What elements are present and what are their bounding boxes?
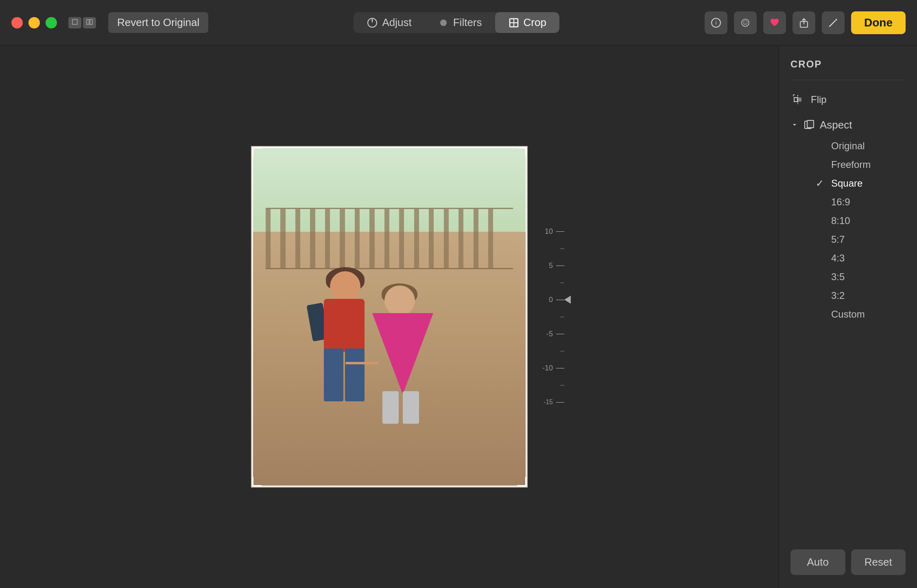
ruler-line-10 [556,231,564,232]
done-button[interactable]: Done [851,11,906,34]
ruler-tick-10: 10 [536,223,564,240]
svg-line-13 [830,21,835,26]
child1-body [324,299,365,352]
flip-icon [790,92,805,107]
child1-pants-left [324,348,343,401]
ruler-line-neg10 [556,368,564,368]
aspect-option-8-10[interactable]: 8:10 [812,212,906,230]
ruler-tick-0: 0 [536,291,564,308]
aspect-label: Aspect [820,119,852,131]
close-button[interactable] [11,17,23,28]
filters-button[interactable]: Filters [425,12,495,33]
child1 [318,271,375,426]
adjust-icon [367,17,378,28]
ruler-tick-neg5: -5 [536,325,564,342]
aspect-option-16-9[interactable]: 16:9 [812,193,906,211]
filters-label: Filters [453,16,482,29]
ruler-line-neg5 [556,334,564,334]
share-button[interactable]: ☺ [734,11,757,34]
right-panel: CROP Flip [779,46,917,588]
photo-fence [266,208,513,269]
flip-row[interactable]: Flip [790,88,906,111]
ruler-tick-mid4 [536,342,564,359]
aspect-row[interactable]: Aspect [790,115,906,135]
aspect-option-3-2[interactable]: 3:2 [812,287,906,305]
svg-rect-1 [87,20,89,24]
aspect-label-3-5: 3:5 [831,271,845,283]
ruler-tick-mid5 [536,377,564,394]
photo-scene [251,146,528,488]
aspect-option-3-5[interactable]: 3:5 [812,268,906,286]
svg-rect-17 [807,120,814,128]
aspect-label-3-2: 3:2 [831,290,845,301]
maximize-button[interactable] [46,17,57,28]
child1-head [330,271,360,302]
aspect-option-original[interactable]: Original [812,137,906,155]
aspect-label-16-9: 16:9 [831,196,850,208]
window-mode-buttons [68,17,96,28]
ruler-line-mid5 [560,385,564,385]
photo-container: 10 5 0 [251,146,528,488]
single-view-button[interactable] [68,17,81,28]
adjust-label: Adjust [382,16,411,29]
collapse-icon [790,121,799,129]
photo-area: 10 5 0 [0,46,779,588]
ruler-label-neg15: -15 [544,399,553,406]
ruler-label-5: 5 [549,261,553,270]
crop-button[interactable]: Crop [495,12,559,33]
ruler-line-0 [556,300,564,300]
titlebar: Revert to Original Adjust Filters [0,0,917,46]
crop-label: Crop [524,16,546,29]
crop-icon [508,17,520,28]
child1-pants-right [345,348,365,401]
ruler-label-0: 0 [549,296,553,304]
aspect-label-custom: Custom [831,309,865,320]
aspect-label-4-3: 4:3 [831,253,845,264]
flip-label: Flip [811,94,827,105]
magic-wand-button[interactable] [822,11,845,34]
child2-legs-left [382,391,399,424]
filters-icon [438,17,449,28]
aspect-option-custom[interactable]: Custom [812,305,906,323]
ruler-label-neg10: -10 [542,364,553,372]
minimize-button[interactable] [28,17,40,28]
ruler-tick-mid1 [536,240,564,257]
checkmark-square: ✓ [816,178,825,189]
adjust-button[interactable]: Adjust [354,12,424,33]
auto-button[interactable]: Auto [790,549,845,575]
aspect-option-5-7[interactable]: 5:7 [812,231,906,248]
main-content: 10 5 0 [0,46,917,588]
aspect-option-square[interactable]: ✓ Square [812,174,906,192]
info-button[interactable]: i [705,11,727,34]
reset-button[interactable]: Reset [851,549,906,575]
toolbar-center: Adjust Filters Crop [354,12,559,33]
ruler-label-10: 10 [545,227,553,236]
split-view-button[interactable] [83,17,96,28]
panel-divider [790,80,906,80]
child2-dress [372,313,433,394]
child2-head [384,285,415,316]
share-export-button[interactable] [793,11,815,34]
ruler-tick-neg10: -10 [536,359,564,377]
ruler-tick-5: 5 [536,257,564,274]
ruler-tick-mid3 [536,308,564,325]
panel-title: CROP [790,59,906,70]
svg-rect-0 [72,20,77,24]
aspect-option-4-3[interactable]: 4:3 [812,249,906,267]
revert-to-original-button[interactable]: Revert to Original [108,12,208,33]
aspect-options: Original Freeform ✓ Square 16:9 8:10 5:7 [790,137,906,323]
ruler-tick-mid2 [536,274,564,291]
favorite-button[interactable] [763,11,786,34]
hands-line [345,362,378,364]
svg-rect-2 [90,20,92,24]
aspect-option-freeform[interactable]: Freeform [812,156,906,174]
ruler-line-mid4 [560,351,564,351]
ruler-label-neg5: -5 [546,330,553,338]
aspect-label-original: Original [831,140,865,152]
aspect-icon [803,118,816,131]
ruler-line-mid2 [560,283,564,283]
aspect-label-square: Square [831,178,862,189]
ruler-line-mid1 [560,248,564,249]
window-controls [11,17,57,28]
svg-point-4 [440,20,447,26]
